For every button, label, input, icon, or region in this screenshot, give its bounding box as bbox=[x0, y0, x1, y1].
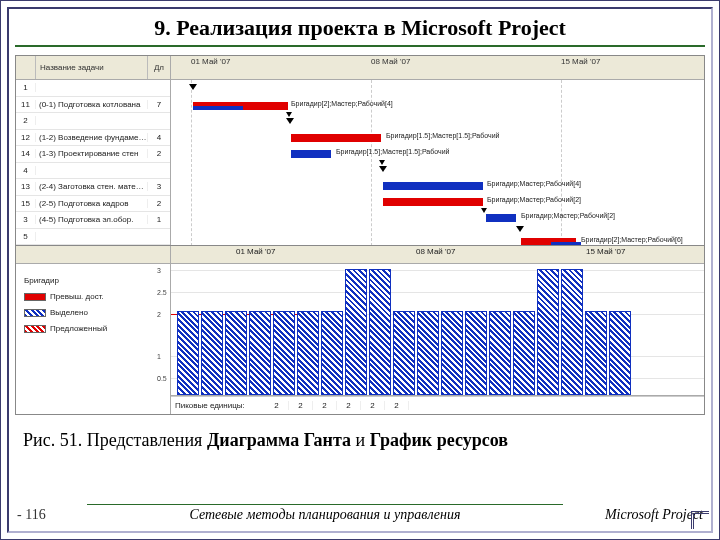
resource-bar bbox=[489, 311, 511, 395]
col-duration: Дл bbox=[148, 56, 170, 79]
page-number: - 116 bbox=[17, 507, 87, 523]
resource-bar bbox=[609, 311, 631, 395]
resource-bar bbox=[585, 311, 607, 395]
resource-bar bbox=[513, 311, 535, 395]
gantt-task-grid: Название задачи Дл 1 11(0-1) Подготовка … bbox=[16, 56, 171, 245]
footer-title: Сетевые методы планирования и управления bbox=[87, 504, 563, 523]
figure-caption: Рис. 51. Представления Диаграмма Ганта и… bbox=[15, 429, 705, 452]
gantt-bar[interactable] bbox=[383, 182, 483, 190]
resource-bar bbox=[441, 311, 463, 395]
gantt-view: Название задачи Дл 1 11(0-1) Подготовка … bbox=[16, 56, 704, 246]
timescale-date: 08 Май '07 bbox=[371, 57, 410, 66]
gantt-chart-area[interactable]: 01 Май '07 08 Май '07 15 Май '07 Бригади… bbox=[171, 56, 704, 245]
legend-swatch-alloc bbox=[24, 309, 46, 317]
resource-bar bbox=[393, 311, 415, 395]
table-row[interactable]: 11(0-1) Подготовка котлована7 bbox=[16, 97, 170, 114]
gantt-bar[interactable] bbox=[486, 214, 516, 222]
table-row[interactable]: 3(4-5) Подготовка эл.обор.1 bbox=[16, 212, 170, 229]
resource-graph-view: Бригадир Превыш. дост. Выделено Предложе… bbox=[16, 246, 704, 414]
table-row[interactable]: 5 bbox=[16, 229, 170, 246]
resource-bar bbox=[537, 269, 559, 395]
table-row[interactable]: 4 bbox=[16, 163, 170, 180]
resource-bar bbox=[249, 311, 271, 395]
gantt-bar[interactable] bbox=[291, 150, 331, 158]
resource-bar bbox=[561, 269, 583, 395]
resource-graph-area[interactable]: 01 Май '07 08 Май '07 15 Май '07 3 2.5 2… bbox=[171, 246, 704, 414]
footer-app-name: Microsoft Project bbox=[563, 507, 703, 523]
legend-swatch-over bbox=[24, 293, 46, 301]
legend-swatch-proposed bbox=[24, 325, 46, 333]
table-row[interactable]: 1 bbox=[16, 80, 170, 97]
milestone-icon bbox=[379, 166, 387, 172]
resource-legend: Бригадир Превыш. дост. Выделено Предложе… bbox=[24, 274, 107, 338]
page-title: 9. Реализация проекта в Microsoft Projec… bbox=[15, 13, 705, 47]
table-row[interactable]: 14(1-3) Проектирование стен2 bbox=[16, 146, 170, 163]
timescale-date: 15 Май '07 bbox=[561, 57, 600, 66]
col-task-name: Название задачи bbox=[36, 56, 148, 79]
resource-footer-row: Пиковые единицы: 2 2 2 2 2 2 bbox=[171, 396, 704, 414]
msproject-screenshot: Название задачи Дл 1 11(0-1) Подготовка … bbox=[15, 55, 705, 415]
resource-bar bbox=[273, 311, 295, 395]
resource-bar bbox=[201, 311, 223, 395]
resource-bar bbox=[369, 269, 391, 395]
table-row[interactable]: 13(2-4) Заготовка стен. материала3 bbox=[16, 179, 170, 196]
resource-bar bbox=[321, 311, 343, 395]
table-row[interactable]: 2 bbox=[16, 113, 170, 130]
milestone-icon bbox=[189, 84, 197, 90]
resource-bar bbox=[297, 311, 319, 395]
gantt-bar[interactable] bbox=[291, 134, 381, 142]
gantt-bar[interactable] bbox=[383, 198, 483, 206]
resource-bar bbox=[417, 311, 439, 395]
table-row[interactable]: 12(1-2) Возведение фундамента4 bbox=[16, 130, 170, 147]
milestone-icon bbox=[286, 118, 294, 124]
table-row[interactable]: 15(2-5) Подготовка кадров2 bbox=[16, 196, 170, 213]
resource-bar bbox=[225, 311, 247, 395]
milestone-icon bbox=[516, 226, 524, 232]
resource-bar bbox=[465, 311, 487, 395]
corner-accent-icon bbox=[691, 511, 709, 529]
resource-bar bbox=[345, 269, 367, 395]
timescale-date: 01 Май '07 bbox=[191, 57, 230, 66]
resource-bar bbox=[177, 311, 199, 395]
